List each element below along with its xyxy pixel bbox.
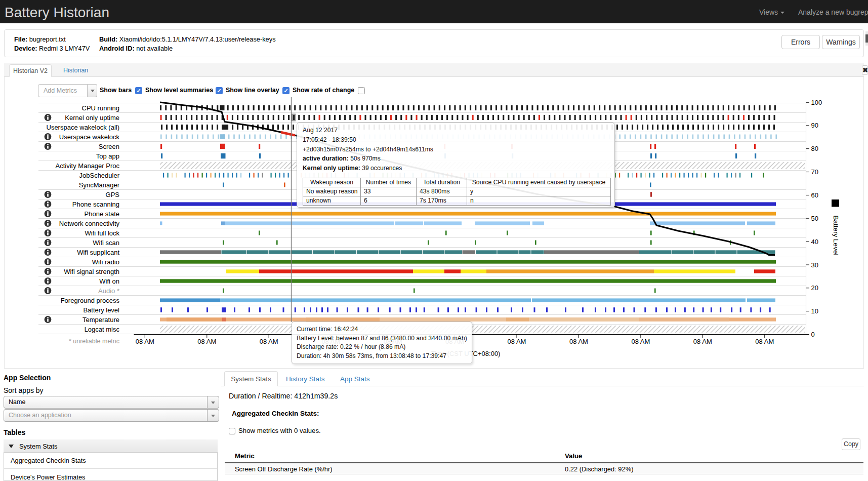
svg-text:08 AM: 08 AM xyxy=(508,338,526,345)
svg-text:08 AM: 08 AM xyxy=(755,338,774,345)
svg-text:GPS: GPS xyxy=(106,191,120,198)
svg-text:Wifi signal strength: Wifi signal strength xyxy=(64,268,119,275)
svg-text:Kernel only uptime: Kernel only uptime xyxy=(65,114,119,122)
svg-text:Wifi scan: Wifi scan xyxy=(93,239,119,247)
svg-text:Userspace wakelock (all): Userspace wakelock (all) xyxy=(47,124,120,131)
svg-text:Phone scanning: Phone scanning xyxy=(72,201,119,208)
svg-text:Top app: Top app xyxy=(96,152,119,160)
svg-text:100: 100 xyxy=(811,99,822,106)
svg-text:0: 0 xyxy=(811,331,815,338)
svg-text:SyncManager: SyncManager xyxy=(79,181,120,189)
svg-text:Network connectivity: Network connectivity xyxy=(59,220,120,227)
svg-text:20: 20 xyxy=(811,284,818,292)
svg-text:Logcat misc: Logcat misc xyxy=(85,326,120,333)
svg-text:08 AM: 08 AM xyxy=(136,338,154,345)
svg-text:Wifi radio: Wifi radio xyxy=(92,258,119,266)
svg-text:Wifi on: Wifi on xyxy=(99,277,119,285)
svg-text:Wifi supplicant: Wifi supplicant xyxy=(77,249,119,256)
svg-text:90: 90 xyxy=(811,122,818,129)
svg-text:Userspace wakelock: Userspace wakelock xyxy=(59,133,120,141)
svg-text:JobScheduler: JobScheduler xyxy=(79,172,120,179)
svg-text:CPU running: CPU running xyxy=(82,104,119,112)
svg-text:50: 50 xyxy=(811,215,818,222)
svg-text:08 AM: 08 AM xyxy=(693,338,712,345)
svg-text:70: 70 xyxy=(811,168,818,176)
svg-text:08 AM: 08 AM xyxy=(260,338,278,345)
svg-text:Phone state: Phone state xyxy=(85,210,119,218)
svg-text:Audio *: Audio * xyxy=(98,287,119,295)
svg-text:40: 40 xyxy=(811,238,818,246)
svg-text:Screen: Screen xyxy=(99,143,119,150)
svg-text:Battery Level: Battery Level xyxy=(832,216,840,256)
svg-text:Wifi full lock: Wifi full lock xyxy=(85,229,119,237)
svg-text:80: 80 xyxy=(811,145,818,152)
svg-text:08 AM: 08 AM xyxy=(569,338,588,345)
svg-text:08 AM: 08 AM xyxy=(631,338,650,345)
svg-text:Activity Manager Proc: Activity Manager Proc xyxy=(56,162,120,170)
svg-text:30: 30 xyxy=(811,261,818,269)
svg-text:60: 60 xyxy=(811,191,818,199)
svg-text:Foreground process: Foreground process xyxy=(61,297,120,304)
svg-text:08 AM: 08 AM xyxy=(197,338,216,345)
svg-text:Temperature: Temperature xyxy=(82,316,119,324)
svg-text:* unreliable metric: * unreliable metric xyxy=(69,338,119,345)
svg-text:Battery level: Battery level xyxy=(83,306,119,314)
svg-text:10: 10 xyxy=(811,307,818,315)
